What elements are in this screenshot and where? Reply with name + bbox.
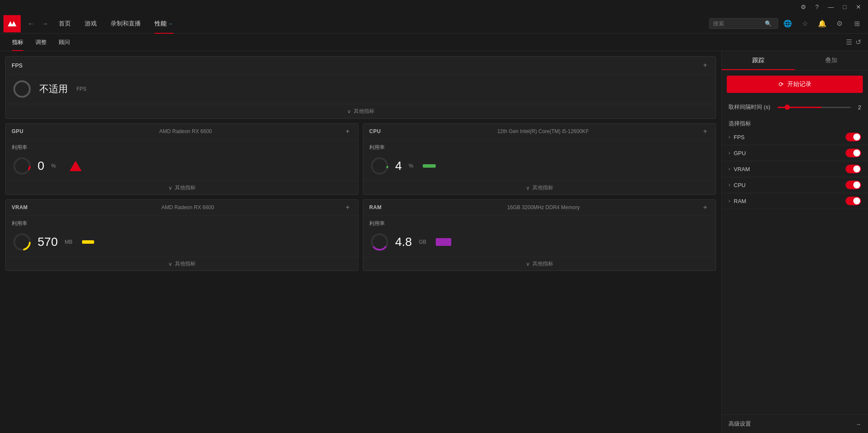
nav-arrow-indicator: ← [168, 21, 174, 27]
fps-toggle[interactable] [846, 133, 861, 141]
nav-bar: ← → 首页 游戏 录制和直播 性能 ← 🔍 🌐 ☆ 🔔 ⚙ ⊞ [0, 14, 868, 34]
subnav-right: ☰ ↺ [846, 38, 861, 46]
advanced-settings[interactable]: 高级设置 → [722, 414, 868, 433]
vram-toggle-label: VRAM [734, 166, 846, 172]
gpu-header: GPU AMD Radeon RX 6600 + [6, 124, 358, 140]
sampling-slider[interactable] [777, 107, 851, 108]
back-button[interactable]: ← [24, 17, 38, 31]
expand-fps-icon: › [729, 134, 730, 140]
cpu-body: 利用率 [363, 140, 716, 156]
fps-card: FPS + 不适用 FPS ∨ 其他指标 [5, 56, 716, 119]
ram-device: 16GB 3200MHz DDR4 Memory [507, 204, 580, 210]
gpu-footer-chevron: ∨ [168, 185, 172, 191]
metric-toggle-ram[interactable]: › RAM [722, 193, 868, 209]
ram-value-row: 4.8 GB [363, 232, 716, 257]
advanced-label: 高级设置 [729, 420, 751, 428]
tab-track[interactable]: 跟踪 [722, 51, 795, 70]
ram-toggle-label: RAM [734, 198, 846, 204]
amd-logo [3, 15, 21, 32]
cpu-label: CPU [369, 128, 381, 134]
vram-footer[interactable]: ∨ 其他指标 [6, 257, 358, 271]
cpu-footer[interactable]: ∨ 其他指标 [363, 181, 716, 194]
svg-point-2 [14, 158, 30, 174]
list-icon[interactable]: ☰ [846, 38, 852, 46]
forward-button[interactable]: → [38, 17, 52, 31]
sampling-label: 取样间隔时间 (s) [729, 103, 770, 111]
ram-footer[interactable]: ∨ 其他指标 [363, 257, 716, 271]
cpu-bar [423, 164, 436, 168]
gpu-footer-label: 其他指标 [175, 184, 196, 191]
gpu-device: AMD Radeon RX 6600 [159, 128, 212, 134]
vram-value: 570 [38, 236, 58, 248]
nav-item-recording[interactable]: 录制和直播 [104, 14, 148, 34]
expand-ram-icon: › [729, 198, 730, 204]
svg-point-1 [14, 81, 30, 97]
metric-toggle-vram[interactable]: › VRAM [722, 161, 868, 177]
cpu-utilization-label: 利用率 [369, 144, 385, 151]
subnav-tuning[interactable]: 调整 [30, 34, 52, 51]
fps-add-btn[interactable]: + [701, 61, 710, 70]
gpu-toggle-label: GPU [734, 150, 846, 156]
fps-footer-label: 其他指标 [354, 108, 374, 115]
cpu-device: 12th Gen Intel(R) Core(TM) i5-12600KF [497, 128, 589, 134]
minimize-btn[interactable]: — [825, 1, 837, 13]
subnav-metrics[interactable]: 指标 [7, 34, 29, 51]
ram-footer-chevron: ∨ [526, 261, 530, 267]
cpu-header: CPU 12th Gen Intel(R) Core(TM) i5-12600K… [363, 124, 716, 140]
gpu-toggle[interactable] [846, 149, 861, 157]
expand-vram-icon: › [729, 166, 730, 172]
cpu-toggle[interactable] [846, 181, 861, 189]
metric-toggle-cpu[interactable]: › CPU [722, 177, 868, 193]
search-box[interactable]: 🔍 [709, 18, 778, 29]
metric-toggle-fps[interactable]: › FPS [722, 129, 868, 145]
left-panel: FPS + 不适用 FPS ∨ 其他指标 [0, 51, 721, 433]
nav-item-performance[interactable]: 性能 ← [148, 14, 181, 34]
fps-title: FPS [12, 62, 22, 69]
vram-add-btn[interactable]: + [343, 203, 352, 212]
fps-footer[interactable]: ∨ 其他指标 [6, 104, 716, 118]
tab-overlay[interactable]: 叠加 [795, 51, 868, 70]
sampling-row: 取样间隔时间 (s) 2 [729, 103, 861, 111]
vram-footer-chevron: ∨ [168, 261, 172, 267]
fps-gauge [12, 79, 32, 99]
sub-nav: 指标 调整 顾问 ☰ ↺ [0, 34, 868, 51]
gpu-add-btn[interactable]: + [343, 127, 352, 136]
cpu-value: 4 [395, 160, 402, 172]
nav-item-games[interactable]: 游戏 [78, 14, 104, 34]
gpu-unit: % [51, 163, 56, 169]
settings-titlebar-btn[interactable]: ⚙ [797, 1, 809, 13]
subnav-advisor[interactable]: 顾问 [54, 34, 75, 51]
cpu-gauge [369, 156, 390, 176]
window-icon-btn[interactable]: ⊞ [849, 16, 865, 32]
refresh-icon[interactable]: ↺ [855, 38, 861, 46]
ram-body: 利用率 [363, 216, 716, 232]
globe-icon-btn[interactable]: 🌐 [780, 16, 795, 32]
fps-footer-chevron: ∨ [347, 108, 351, 115]
fps-card-header: FPS + [6, 57, 716, 74]
ram-utilization-label: 利用率 [369, 220, 385, 227]
fps-toggle-label: FPS [734, 134, 846, 140]
gpu-value-row: 0 % [6, 156, 358, 181]
settings-icon-btn[interactable]: ⚙ [832, 16, 847, 32]
cpu-add-btn[interactable]: + [701, 127, 710, 136]
bookmark-icon-btn[interactable]: ☆ [797, 16, 813, 32]
vram-value-row: 570 MB [6, 232, 358, 257]
gpu-footer[interactable]: ∨ 其他指标 [6, 181, 358, 194]
vram-body: 利用率 [6, 216, 358, 232]
ram-value: 4.8 [395, 236, 412, 248]
slider-container: 2 [777, 104, 861, 111]
gpu-value: 0 [38, 160, 44, 172]
vram-toggle[interactable] [846, 165, 861, 173]
ram-add-btn[interactable]: + [701, 203, 710, 212]
maximize-btn[interactable]: □ [839, 1, 851, 13]
notification-icon-btn[interactable]: 🔔 [814, 16, 830, 32]
close-btn[interactable]: ✕ [852, 1, 865, 13]
metric-toggle-gpu[interactable]: › GPU [722, 145, 868, 161]
search-input[interactable] [713, 20, 765, 27]
ram-toggle[interactable] [846, 197, 861, 205]
vram-label: VRAM [12, 204, 28, 210]
nav-item-home[interactable]: 首页 [52, 14, 78, 34]
record-button[interactable]: ⟳ 开始记录 [727, 76, 863, 93]
help-titlebar-btn[interactable]: ? [811, 1, 823, 13]
record-label: 开始记录 [787, 80, 811, 88]
